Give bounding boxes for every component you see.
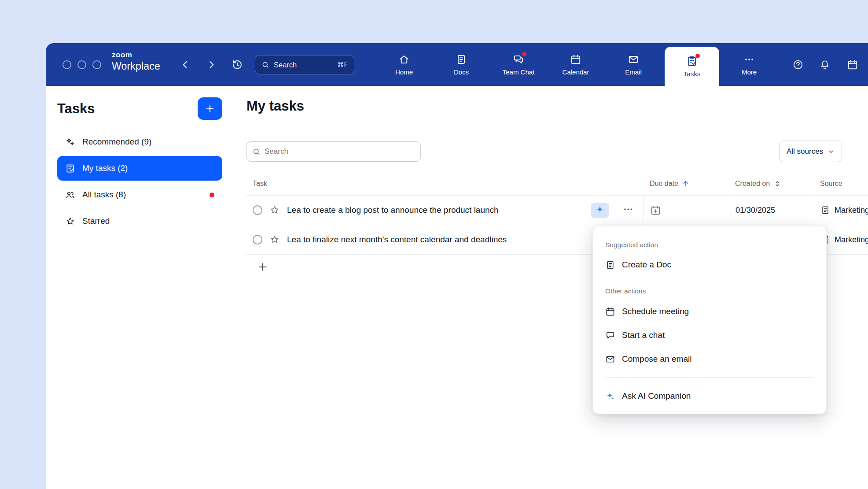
nav-home[interactable]: Home [378,43,430,86]
calendar-plus-icon [650,205,661,216]
nav-label: Email [625,68,642,76]
task-cell: Lea to finalize next month’s content cal… [246,225,644,254]
sidebar-header: Tasks [57,97,222,120]
sources-filter-dropdown[interactable]: All sources [779,141,842,162]
column-label: Source [820,180,842,188]
nav-docs[interactable]: Docs [435,43,488,86]
star-icon [65,216,75,226]
global-search[interactable]: Search ⌘F [255,55,354,74]
notification-dot [210,193,214,197]
nav-team-chat[interactable]: Team Chat [492,43,545,86]
due-date-cell [644,196,729,225]
page-title: My tasks [246,98,304,114]
menu-item-label: Ask AI Companion [622,391,691,401]
menu-section-label: Suggested action [593,237,826,253]
help-button[interactable] [792,59,804,70]
zoom-workplace-logo: zoom Workplace [112,51,160,72]
nav-calendar[interactable]: Calendar [549,43,602,86]
ai-companion-button[interactable] [591,203,609,218]
side-panel-button[interactable] [847,59,858,70]
nav-email[interactable]: Email [607,43,660,86]
favorite-star-icon[interactable] [269,234,280,245]
menu-item-label: Compose an email [622,354,691,364]
doc-icon [605,260,615,270]
menu-item-label: Start a chat [622,330,665,340]
menu-item-create-doc[interactable]: Create a Doc [593,253,826,277]
nav-label: Calendar [563,68,589,76]
history-button[interactable] [232,59,243,70]
chevron-down-icon [828,148,835,155]
created-on-value: 01/30/2025 [736,206,775,215]
window-control-dot[interactable] [63,60,71,69]
sidebar-list: Recommended (9) My tasks (2) All tasks (… [46,130,234,233]
search-shortcut: ⌘F [337,61,348,69]
notification-dot [522,52,526,56]
created-on-cell: 01/30/2025 [729,196,814,225]
history-clock-icon [232,59,243,70]
source-cell[interactable]: Marketing [814,196,868,225]
task-search[interactable] [246,141,421,162]
nav-more[interactable]: More [723,43,776,86]
table-row[interactable]: Lea to create a blog post to announce th… [246,196,868,225]
sidebar-item-my-tasks[interactable]: My tasks (2) [57,156,222,181]
column-label: Due date [650,180,678,188]
column-header-due-date[interactable]: Due date [644,172,729,195]
favorite-star-icon[interactable] [269,205,280,215]
source-name: Marketing [835,235,868,244]
notifications-button[interactable] [819,59,831,70]
nav-label: More [742,68,757,76]
docs-icon [456,54,467,65]
sidebar-item-all-tasks[interactable]: All tasks (8) [57,182,222,207]
add-task-button[interactable] [257,261,268,273]
window-control-dot[interactable] [92,60,101,69]
task-search-input[interactable] [265,147,415,156]
chevron-right-icon [206,59,217,70]
back-button[interactable] [180,59,191,70]
logo-workplace: Workplace [112,60,160,72]
doc-icon [820,205,830,215]
forward-button[interactable] [206,59,217,70]
ai-sparkle-icon [595,205,605,215]
task-title: Lea to create a blog post to announce th… [287,205,499,215]
menu-item-ask-ai-companion[interactable]: Ask AI Companion [593,384,826,408]
sidebar-title: Tasks [57,101,95,117]
add-due-date-button[interactable] [650,205,661,216]
row-more-actions-button[interactable] [622,204,636,217]
table-header: Task Due date Created on Source [246,172,868,196]
task-cell: Lea to create a blog post to announce th… [246,196,644,225]
menu-item-schedule-meeting[interactable]: Schedule meeting [593,300,826,323]
menu-item-start-chat[interactable]: Start a chat [593,323,826,347]
people-icon [65,190,75,200]
window-control-dot[interactable] [77,60,86,69]
new-task-button[interactable] [198,97,222,120]
menu-item-compose-email[interactable]: Compose an email [593,347,826,371]
notification-dot [695,54,700,58]
panel-calendar-icon [847,59,858,70]
sidebar-item-starred[interactable]: Starred [57,209,222,233]
sidebar-item-label: My tasks (2) [82,163,128,173]
logo-zoom: zoom [112,51,160,59]
calendar-icon [570,54,581,65]
nav-tasks[interactable]: Tasks [665,47,719,86]
sidebar-item-label: Starred [82,216,110,226]
nav-label: Home [395,68,413,76]
column-header-task: Task [246,172,644,195]
task-list-icon [65,163,75,174]
sort-ascending-icon [682,180,690,188]
task-checkbox[interactable] [253,235,262,244]
nav-label: Team Chat [503,68,535,76]
sidebar-item-recommended[interactable]: Recommended (9) [57,130,222,154]
column-header-created-on[interactable]: Created on [729,172,814,195]
app-window: zoom Workplace Search ⌘F Home [46,43,868,489]
menu-item-label: Schedule meeting [622,307,689,316]
task-checkbox[interactable] [253,205,262,215]
nav-label: Docs [454,68,469,76]
more-icon [743,54,755,65]
ai-actions-menu: Suggested action Create a Doc Other acti… [592,226,827,414]
plus-icon [205,104,215,114]
sparkles-icon [65,137,75,147]
bell-icon [819,59,831,70]
help-icon [792,59,804,70]
window-controls [63,60,101,69]
top-navigation-bar: zoom Workplace Search ⌘F Home [46,43,868,86]
